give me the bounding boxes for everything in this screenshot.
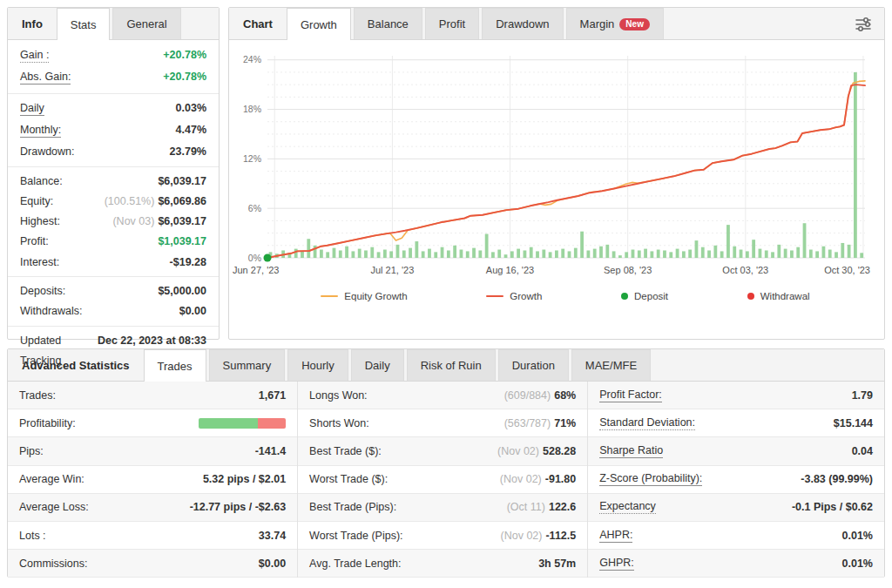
svg-text:0%: 0% [248,253,261,263]
daily-value: 0.03% [176,102,206,114]
row-best-trade-usd: Best Trade ($):(Nov 02)528.28 [298,437,587,465]
tab-trades[interactable]: Trades [144,349,206,382]
highest-value: $6,039.17 [158,215,206,227]
row-ghpr: GHPR:0.01% [588,550,884,578]
deposits-value: $5,000.00 [158,285,206,297]
interest-value: -$19.28 [170,256,206,268]
chart-tabbar: Chart Growth Balance Profit Drawdown Mar… [229,8,884,40]
row-average-win: Average Win:5.32 pips / $2.01 [8,466,297,494]
row-pips: Pips:-141.4 [8,437,297,465]
svg-text:Oct 03, '23: Oct 03, '23 [722,265,768,275]
svg-text:Oct 30, '23: Oct 30, '23 [824,265,870,275]
tab-duration[interactable]: Duration [498,349,569,381]
tab-stats[interactable]: Stats [57,8,111,40]
legend-deposit[interactable]: Deposit [621,291,668,301]
tab-risk-of-ruin[interactable]: Risk of Ruin [407,349,496,381]
withdrawal-dot-swatch [747,293,754,300]
tab-daily[interactable]: Daily [351,349,404,381]
growth-chart-svg[interactable]: 0%6%12%18%24%Jun 27, '23Jul 21, '23Aug 1… [231,45,872,279]
drawdown-label: Drawdown: [20,145,75,158]
tab-hourly[interactable]: Hourly [287,349,348,381]
tab-mae-mfe[interactable]: MAE/MFE [571,349,651,381]
account-stats-page: Info Stats General Gain : +20.78% Abs. G… [0,0,892,588]
tab-profit[interactable]: Profit [425,8,479,39]
equity-label: Equity: [20,195,53,207]
statistics-tabbar: Advanced Statistics Trades Summary Hourl… [8,349,884,382]
row-shorts-won: Shorts Won:(563/787)71% [298,409,587,437]
statistics-col-3: Profit Factor:1.79 Standard Deviation:$1… [588,382,884,578]
tab-info[interactable]: Info [8,8,57,39]
legend-withdrawal[interactable]: Withdrawal [747,291,810,301]
statistics-grid: Trades:1,671 Profitability: Pips:-141.4 … [8,382,884,578]
tab-summary[interactable]: Summary [209,349,286,381]
profitability-loss-segment [258,418,286,429]
row-worst-trade-usd: Worst Trade ($):(Nov 02)-91.80 [298,466,587,494]
stat-row-interest: Interest: -$19.28 [8,252,219,272]
legend-growth[interactable]: Growth [486,291,542,301]
stat-row-equity: Equity: (100.51%)$6,069.86 [8,191,219,211]
legend-equity-growth[interactable]: Equity Growth [321,291,407,301]
row-profit-factor: Profit Factor:1.79 [588,382,884,409]
row-trades: Trades:1,671 [8,382,297,409]
stat-row-deposits: Deposits: $5,000.00 [8,276,219,301]
stat-row-daily: Daily 0.03% [8,93,219,120]
daily-label[interactable]: Daily [20,102,44,116]
row-worst-trade-pips: Worst Trade (Pips):(Nov 02)-112.5 [298,522,587,550]
new-badge: New [619,18,650,30]
row-z-score: Z-Score (Probability):-3.83 (99.99%) [588,466,884,494]
abs-gain-value: +20.78% [163,71,206,83]
gain-label[interactable]: Gain : [20,49,49,63]
balance-label: Balance: [20,175,63,187]
updated-label: Updated [20,335,61,347]
stat-row-profit: Profit: $1,039.17 [8,232,219,252]
statistics-col-1: Trades:1,671 Profitability: Pips:-141.4 … [8,382,298,578]
row-ahpr: AHPR:0.01% [588,522,884,550]
highest-date: (Nov 03) [112,215,154,227]
stat-row-gain: Gain : +20.78% [8,40,219,67]
stat-row-monthly: Monthly: 4.47% [8,119,219,141]
equity-value: $6,069.86 [158,195,206,207]
row-expectancy: Expectancy-0.1 Pips / $0.62 [588,494,884,522]
tab-margin[interactable]: MarginNew [566,8,664,39]
svg-text:24%: 24% [243,54,261,64]
growth-chart[interactable]: 0%6%12%18%24%Jun 27, '23Jul 21, '23Aug 1… [229,40,884,282]
row-lots: Lots :33.74 [8,522,297,550]
interest-label: Interest: [20,256,59,268]
stat-row-withdrawals: Withdrawals: $0.00 [8,301,219,321]
stat-row-updated: Updated Dec 22, 2023 at 08:33 [8,326,219,351]
withdrawals-value: $0.00 [179,305,206,317]
balance-value: $6,039.17 [158,175,206,187]
abs-gain-label[interactable]: Abs. Gain: [20,71,71,84]
equity-growth-line-swatch [321,295,338,297]
monthly-label[interactable]: Monthly: [20,124,61,138]
advanced-statistics-label: Advanced Statistics [8,349,144,381]
stats-panel: Info Stats General Gain : +20.78% Abs. G… [7,7,220,340]
tab-general[interactable]: General [112,8,180,39]
chart-panel: Chart Growth Balance Profit Drawdown Mar… [228,7,885,340]
svg-text:Jul 21, '23: Jul 21, '23 [370,265,414,275]
highest-label: Highest: [20,215,60,227]
stat-row-abs-gain: Abs. Gain: +20.78% [8,67,219,89]
tab-growth[interactable]: Growth [287,8,351,40]
svg-text:Jun 27, '23: Jun 27, '23 [233,265,279,275]
chart-settings-button[interactable] [842,8,884,39]
stat-row-drawdown: Drawdown: 23.79% [8,142,219,162]
advanced-statistics-panel: Advanced Statistics Trades Summary Hourl… [7,348,885,578]
deposit-dot-swatch [621,293,628,300]
equity-percent: (100.51%) [105,195,155,207]
growth-line-swatch [486,295,503,297]
drawdown-value: 23.79% [170,145,206,158]
stats-panel-tabbar: Info Stats General [8,8,219,40]
svg-text:12%: 12% [243,153,261,164]
tab-balance[interactable]: Balance [354,8,422,39]
row-profitability: Profitability: [8,409,297,437]
statistics-col-2: Longs Won:(609/884)68% Shorts Won:(563/7… [298,382,588,578]
chart-legend: Equity Growth Growth Deposit Withdrawal [229,282,884,301]
svg-text:6%: 6% [248,203,261,213]
deposits-label: Deposits: [20,285,65,297]
tab-drawdown[interactable]: Drawdown [482,8,563,39]
profitability-win-segment [199,418,258,429]
stat-row-highest: Highest: (Nov 03)$6,039.17 [8,212,219,232]
tab-chart[interactable]: Chart [229,8,287,39]
row-average-loss: Average Loss:-12.77 pips / -$2.63 [8,494,297,522]
